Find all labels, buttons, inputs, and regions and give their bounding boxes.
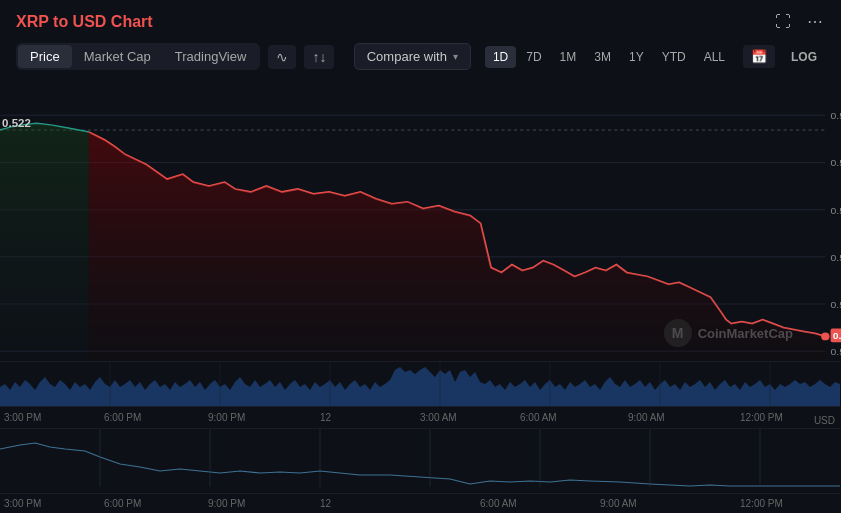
mini-time-label-12pm: 12:00 PM — [740, 498, 783, 509]
watermark: M CoinMarketCap — [664, 319, 793, 347]
mini-time-label-9pm: 9:00 PM — [208, 498, 245, 509]
svg-point-7 — [821, 333, 829, 341]
time-axis: 3:00 PM 6:00 PM 9:00 PM 12 3:00 AM 6:00 … — [0, 406, 841, 428]
tf-7d[interactable]: 7D — [518, 46, 549, 68]
svg-text:0.500: 0.500 — [831, 346, 841, 357]
time-label-6am: 6:00 AM — [520, 412, 557, 423]
chart-container: XRP to USD Chart ⛶ ⋯ Price Market Cap Tr… — [0, 0, 841, 513]
mini-chart-container — [0, 428, 841, 493]
watermark-logo: M — [664, 319, 692, 347]
bar-chart-icon[interactable]: ↑↓ — [304, 45, 334, 69]
svg-text:0.522: 0.522 — [2, 117, 31, 129]
svg-text:0.505: 0.505 — [831, 299, 841, 310]
usd-axis-label: USD — [814, 415, 835, 426]
expand-button[interactable]: ⛶ — [773, 11, 793, 33]
main-chart-area: 0.525 0.520 0.515 0.510 0.505 0.500 0.52… — [0, 76, 841, 361]
time-label-9pm: 9:00 PM — [208, 412, 245, 423]
svg-text:0.510: 0.510 — [831, 252, 841, 263]
time-label-3pm: 3:00 PM — [4, 412, 41, 423]
log-button[interactable]: LOG — [783, 46, 825, 68]
tab-tradingview[interactable]: TradingView — [163, 45, 259, 68]
svg-rect-25 — [0, 429, 841, 487]
tf-1d[interactable]: 1D — [485, 46, 516, 68]
mini-time-label-12: 12 — [320, 498, 331, 509]
header-icons: ⛶ ⋯ — [773, 10, 825, 33]
volume-chart — [0, 361, 841, 406]
svg-text:0.520: 0.520 — [831, 158, 841, 169]
tf-all[interactable]: ALL — [696, 46, 733, 68]
tab-market-cap[interactable]: Market Cap — [72, 45, 163, 68]
line-chart-icon[interactable]: ∿ — [268, 45, 296, 69]
svg-text:0.525: 0.525 — [831, 111, 841, 122]
time-label-3am: 3:00 AM — [420, 412, 457, 423]
svg-text:0.504: 0.504 — [833, 331, 841, 342]
mini-time-axis: 3:00 PM 6:00 PM 9:00 PM 12 6:00 AM 9:00 … — [0, 493, 841, 513]
tf-ytd[interactable]: YTD — [654, 46, 694, 68]
tab-price[interactable]: Price — [18, 45, 72, 68]
time-label-9am: 9:00 AM — [628, 412, 665, 423]
time-label-6pm: 6:00 PM — [104, 412, 141, 423]
time-label-12pm: 12:00 PM — [740, 412, 783, 423]
tf-3m[interactable]: 3M — [586, 46, 619, 68]
tf-1m[interactable]: 1M — [552, 46, 585, 68]
chart-title: XRP to USD Chart — [16, 13, 153, 31]
time-label-12: 12 — [320, 412, 331, 423]
title-text: XRP to USD Chart — [16, 13, 153, 30]
compare-with-label: Compare with — [367, 49, 447, 64]
mini-chart-svg — [0, 429, 841, 487]
volume-svg — [0, 362, 841, 407]
mini-time-label-9am: 9:00 AM — [600, 498, 637, 509]
mini-time-label-3pm: 3:00 PM — [4, 498, 41, 509]
more-button[interactable]: ⋯ — [805, 10, 825, 33]
compare-with-button[interactable]: Compare with ▾ — [354, 43, 471, 70]
calendar-button[interactable]: 📅 — [743, 45, 775, 68]
tf-1y[interactable]: 1Y — [621, 46, 652, 68]
mini-time-label-6pm: 6:00 PM — [104, 498, 141, 509]
mini-time-label-6am: 6:00 AM — [480, 498, 517, 509]
svg-text:0.515: 0.515 — [831, 205, 841, 216]
toolbar: Price Market Cap TradingView ∿ ↑↓ Compar… — [0, 39, 841, 76]
chart-header: XRP to USD Chart ⛶ ⋯ — [0, 0, 841, 39]
compare-arrow: ▾ — [453, 51, 458, 62]
timeframe-group: 1D 7D 1M 3M 1Y YTD ALL — [485, 46, 733, 68]
chart-type-tabs: Price Market Cap TradingView — [16, 43, 260, 70]
watermark-text: CoinMarketCap — [698, 326, 793, 341]
